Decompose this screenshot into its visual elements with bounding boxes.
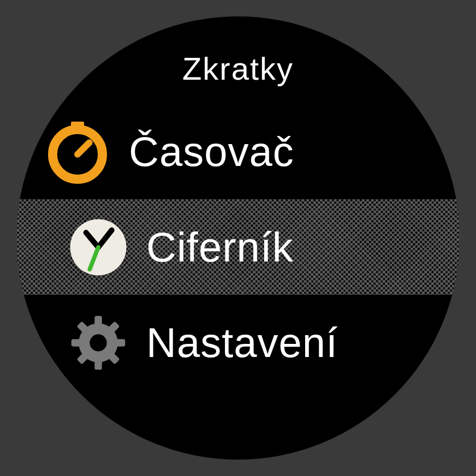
page-title: Zkratky (16, 50, 460, 87)
shortcut-menu: Časovač Ciferník (16, 104, 460, 390)
settings-icon (66, 310, 131, 376)
svg-rect-9 (94, 359, 102, 370)
menu-item-settings[interactable]: Nastavení (16, 295, 460, 390)
svg-point-16 (90, 334, 106, 351)
menu-item-label: Časovač (129, 128, 294, 175)
menu-item-label: Nastavení (146, 319, 338, 366)
menu-item-watchface[interactable]: Ciferník (16, 199, 460, 295)
menu-item-timer[interactable]: Časovač (16, 104, 460, 199)
svg-rect-11 (114, 339, 125, 346)
svg-rect-2 (75, 126, 79, 132)
watchface-icon (66, 215, 131, 280)
watch-screen: Zkratky Časovač (16, 16, 460, 460)
timer-icon (45, 119, 110, 185)
menu-item-label: Ciferník (146, 223, 294, 271)
svg-rect-8 (94, 316, 102, 326)
svg-rect-10 (72, 339, 82, 346)
